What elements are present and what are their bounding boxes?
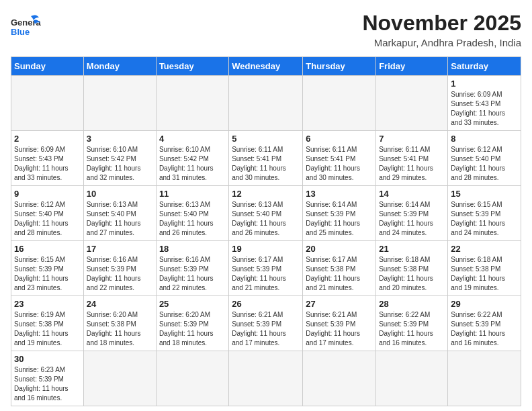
title-section: November 2025 Markapur, Andhra Pradesh, … xyxy=(362,11,521,48)
day-info: Sunrise: 6:10 AM Sunset: 5:42 PM Dayligh… xyxy=(159,145,226,183)
calendar-week-row: 2Sunrise: 6:09 AM Sunset: 5:43 PM Daylig… xyxy=(11,131,521,186)
calendar-cell: 25Sunrise: 6:20 AM Sunset: 5:39 PM Dayli… xyxy=(156,296,228,351)
calendar-cell xyxy=(448,351,521,406)
day-number: 15 xyxy=(451,189,518,199)
day-number: 21 xyxy=(379,244,445,254)
weekday-header-wednesday: Wednesday xyxy=(229,57,303,76)
day-number: 11 xyxy=(159,189,226,199)
day-number: 12 xyxy=(232,189,300,199)
day-number: 19 xyxy=(232,244,300,254)
calendar-cell xyxy=(376,351,448,406)
day-info: Sunrise: 6:16 AM Sunset: 5:39 PM Dayligh… xyxy=(159,255,226,293)
calendar-cell: 5Sunrise: 6:11 AM Sunset: 5:41 PM Daylig… xyxy=(229,131,303,186)
day-number: 26 xyxy=(232,299,300,309)
calendar-cell: 7Sunrise: 6:11 AM Sunset: 5:41 PM Daylig… xyxy=(376,131,448,186)
day-info: Sunrise: 6:20 AM Sunset: 5:39 PM Dayligh… xyxy=(159,310,226,348)
svg-text:Blue: Blue xyxy=(11,27,30,37)
day-number: 4 xyxy=(159,134,226,144)
day-number: 27 xyxy=(306,299,373,309)
day-info: Sunrise: 6:18 AM Sunset: 5:38 PM Dayligh… xyxy=(379,255,445,293)
day-number: 17 xyxy=(87,244,153,254)
day-number: 6 xyxy=(306,134,373,144)
calendar-week-row: 1Sunrise: 6:09 AM Sunset: 5:43 PM Daylig… xyxy=(11,76,521,131)
calendar-cell xyxy=(303,76,376,131)
day-number: 9 xyxy=(14,189,81,199)
day-number: 20 xyxy=(306,244,373,254)
day-info: Sunrise: 6:15 AM Sunset: 5:39 PM Dayligh… xyxy=(451,200,518,238)
day-info: Sunrise: 6:11 AM Sunset: 5:41 PM Dayligh… xyxy=(306,145,373,183)
calendar-cell: 18Sunrise: 6:16 AM Sunset: 5:39 PM Dayli… xyxy=(156,241,228,296)
calendar-table: SundayMondayTuesdayWednesdayThursdayFrid… xyxy=(11,56,521,406)
calendar-cell: 29Sunrise: 6:22 AM Sunset: 5:39 PM Dayli… xyxy=(448,296,521,351)
weekday-header-sunday: Sunday xyxy=(11,57,84,76)
day-number: 5 xyxy=(232,134,300,144)
weekday-header-monday: Monday xyxy=(83,57,156,76)
day-number: 18 xyxy=(159,244,226,254)
logo-icon: General Blue xyxy=(11,11,41,41)
calendar-cell: 2Sunrise: 6:09 AM Sunset: 5:43 PM Daylig… xyxy=(11,131,84,186)
calendar-cell xyxy=(303,351,376,406)
day-info: Sunrise: 6:14 AM Sunset: 5:39 PM Dayligh… xyxy=(306,200,373,238)
day-number: 10 xyxy=(87,189,153,199)
weekday-header-friday: Friday xyxy=(376,57,448,76)
day-number: 30 xyxy=(14,354,81,364)
calendar-cell: 21Sunrise: 6:18 AM Sunset: 5:38 PM Dayli… xyxy=(376,241,448,296)
day-number: 28 xyxy=(379,299,445,309)
day-number: 29 xyxy=(451,299,518,309)
day-info: Sunrise: 6:16 AM Sunset: 5:39 PM Dayligh… xyxy=(87,255,153,293)
day-number: 14 xyxy=(379,189,445,199)
calendar-cell: 9Sunrise: 6:12 AM Sunset: 5:40 PM Daylig… xyxy=(11,186,84,241)
day-number: 16 xyxy=(14,244,81,254)
calendar-cell: 12Sunrise: 6:13 AM Sunset: 5:40 PM Dayli… xyxy=(229,186,303,241)
day-info: Sunrise: 6:19 AM Sunset: 5:38 PM Dayligh… xyxy=(14,310,81,348)
day-info: Sunrise: 6:09 AM Sunset: 5:43 PM Dayligh… xyxy=(451,90,518,128)
calendar-cell: 17Sunrise: 6:16 AM Sunset: 5:39 PM Dayli… xyxy=(83,241,156,296)
day-info: Sunrise: 6:17 AM Sunset: 5:38 PM Dayligh… xyxy=(306,255,373,293)
month-year-title: November 2025 xyxy=(362,11,521,36)
day-info: Sunrise: 6:12 AM Sunset: 5:40 PM Dayligh… xyxy=(451,145,518,183)
calendar-cell xyxy=(376,76,448,131)
day-number: 25 xyxy=(159,299,226,309)
weekday-header-tuesday: Tuesday xyxy=(156,57,228,76)
weekday-header-thursday: Thursday xyxy=(303,57,376,76)
location-subtitle: Markapur, Andhra Pradesh, India xyxy=(362,37,521,48)
calendar-cell: 27Sunrise: 6:21 AM Sunset: 5:39 PM Dayli… xyxy=(303,296,376,351)
calendar-cell xyxy=(11,76,84,131)
day-info: Sunrise: 6:11 AM Sunset: 5:41 PM Dayligh… xyxy=(232,145,300,183)
calendar-cell xyxy=(156,76,228,131)
calendar-cell: 13Sunrise: 6:14 AM Sunset: 5:39 PM Dayli… xyxy=(303,186,376,241)
calendar-cell xyxy=(83,351,156,406)
calendar-cell: 20Sunrise: 6:17 AM Sunset: 5:38 PM Dayli… xyxy=(303,241,376,296)
calendar-cell: 16Sunrise: 6:15 AM Sunset: 5:39 PM Dayli… xyxy=(11,241,84,296)
calendar-cell: 3Sunrise: 6:10 AM Sunset: 5:42 PM Daylig… xyxy=(83,131,156,186)
day-info: Sunrise: 6:13 AM Sunset: 5:40 PM Dayligh… xyxy=(232,200,300,238)
calendar-cell: 6Sunrise: 6:11 AM Sunset: 5:41 PM Daylig… xyxy=(303,131,376,186)
day-info: Sunrise: 6:11 AM Sunset: 5:41 PM Dayligh… xyxy=(379,145,445,183)
day-info: Sunrise: 6:18 AM Sunset: 5:38 PM Dayligh… xyxy=(451,255,518,293)
calendar-cell: 22Sunrise: 6:18 AM Sunset: 5:38 PM Dayli… xyxy=(448,241,521,296)
calendar-cell: 24Sunrise: 6:20 AM Sunset: 5:38 PM Dayli… xyxy=(83,296,156,351)
calendar-cell: 15Sunrise: 6:15 AM Sunset: 5:39 PM Dayli… xyxy=(448,186,521,241)
calendar-cell: 1Sunrise: 6:09 AM Sunset: 5:43 PM Daylig… xyxy=(448,76,521,131)
day-info: Sunrise: 6:22 AM Sunset: 5:39 PM Dayligh… xyxy=(379,310,445,348)
day-info: Sunrise: 6:13 AM Sunset: 5:40 PM Dayligh… xyxy=(159,200,226,238)
day-number: 3 xyxy=(87,134,153,144)
day-info: Sunrise: 6:21 AM Sunset: 5:39 PM Dayligh… xyxy=(232,310,300,348)
day-info: Sunrise: 6:17 AM Sunset: 5:39 PM Dayligh… xyxy=(232,255,300,293)
day-number: 2 xyxy=(14,134,81,144)
calendar-week-row: 23Sunrise: 6:19 AM Sunset: 5:38 PM Dayli… xyxy=(11,296,521,351)
calendar-cell xyxy=(229,76,303,131)
calendar-cell: 4Sunrise: 6:10 AM Sunset: 5:42 PM Daylig… xyxy=(156,131,228,186)
weekday-header-row: SundayMondayTuesdayWednesdayThursdayFrid… xyxy=(11,57,521,76)
calendar-cell xyxy=(156,351,228,406)
day-info: Sunrise: 6:09 AM Sunset: 5:43 PM Dayligh… xyxy=(14,145,81,183)
day-info: Sunrise: 6:12 AM Sunset: 5:40 PM Dayligh… xyxy=(14,200,81,238)
day-number: 1 xyxy=(451,79,518,89)
day-number: 22 xyxy=(451,244,518,254)
calendar-cell xyxy=(83,76,156,131)
day-number: 7 xyxy=(379,134,445,144)
day-info: Sunrise: 6:14 AM Sunset: 5:39 PM Dayligh… xyxy=(379,200,445,238)
day-number: 8 xyxy=(451,134,518,144)
day-info: Sunrise: 6:20 AM Sunset: 5:38 PM Dayligh… xyxy=(87,310,153,348)
day-info: Sunrise: 6:13 AM Sunset: 5:40 PM Dayligh… xyxy=(87,200,153,238)
